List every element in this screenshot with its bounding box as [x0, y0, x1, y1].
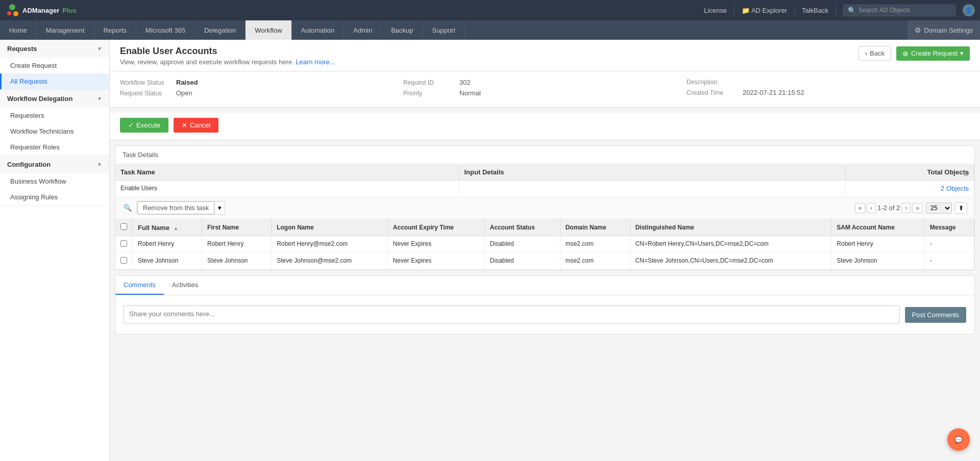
collapse-task-button[interactable]: ⊖ [963, 168, 969, 178]
tab-comments[interactable]: Comments [115, 276, 164, 295]
prev-page-btn[interactable]: ‹ [867, 203, 876, 213]
back-button[interactable]: ‹ Back [859, 46, 891, 61]
request-info-section: Workflow Status Raised Request Status Op… [110, 71, 980, 108]
nav-microsoft365[interactable]: Microsoft 365 [136, 20, 195, 40]
th-first-name: First Name [202, 219, 272, 236]
request-id-value: 302 [459, 79, 471, 86]
license-link[interactable]: License [704, 7, 727, 14]
sidebar-item-requesters[interactable]: Requesters [0, 108, 109, 123]
select-all-checkbox[interactable] [120, 223, 127, 230]
back-icon: ‹ [865, 49, 867, 57]
task-objects-cell: 2 Objects [845, 181, 974, 197]
remove-btn-group: Remove from this task ▾ [137, 201, 225, 215]
workflow-status-label: Workflow Status [120, 79, 176, 86]
task-input-cell [459, 181, 845, 197]
created-time-label: Created Time [687, 89, 743, 96]
post-comments-button[interactable]: Post Comments [905, 307, 966, 323]
sidebar-item-create-request[interactable]: Create Request [0, 58, 109, 73]
th-distinguished-name: Distinguished Name [630, 219, 831, 236]
sidebar-item-business-workflow[interactable]: Business Workflow [0, 173, 109, 189]
nav-reports[interactable]: Reports [94, 20, 137, 40]
nav-workflow[interactable]: Workflow [246, 20, 291, 40]
divider3 [836, 5, 836, 15]
comments-textarea[interactable] [124, 305, 900, 324]
table-row: Robert Henry Robert Henry Robert Henry@m… [115, 236, 974, 253]
page-info: 1-2 of 2 [877, 204, 900, 212]
sidebar-section-workflow-delegation-header[interactable]: Workflow Delegation ▼ [0, 90, 109, 108]
total-objects-link[interactable]: 2 Objects [941, 185, 969, 192]
chevron-down-icon2: ▼ [97, 96, 102, 101]
row-checkbox[interactable] [120, 257, 127, 264]
learn-more-link[interactable]: Learn more... [296, 58, 335, 66]
gear-icon: ⚙ [915, 26, 921, 34]
th-account-status: Account Status [484, 219, 560, 236]
row-message: - [924, 236, 974, 253]
nav-support[interactable]: Support [423, 20, 465, 40]
ad-explorer-link[interactable]: 📁 AD Explorer [742, 7, 787, 14]
info-col-1: Workflow Status Raised Request Status Op… [120, 79, 403, 100]
sidebar-item-all-requests[interactable]: All Requests [0, 73, 109, 89]
app-logo: ADManager Plus [5, 3, 77, 17]
nav-delegation[interactable]: Delegation [195, 20, 246, 40]
talkback-link[interactable]: TalkBack [802, 7, 828, 14]
first-page-btn[interactable]: « [855, 203, 866, 213]
remove-dropdown-btn[interactable]: ▾ [214, 202, 225, 214]
export-button[interactable]: ⬆ [955, 202, 967, 214]
search-input[interactable] [859, 7, 951, 14]
domain-settings-btn[interactable]: ⚙ Domain Settings [908, 20, 980, 40]
comments-input-row: Post Comments [124, 305, 966, 324]
top-bar-left: ADManager Plus [5, 3, 77, 17]
main-layout: Requests ▼ Create Request All Requests W… [0, 40, 980, 461]
folder-icon: 📁 [742, 7, 750, 14]
sidebar-item-workflow-technicians[interactable]: Workflow Technicians [0, 123, 109, 139]
create-request-button[interactable]: ⊕ Create Request ▾ [896, 46, 970, 61]
info-col-3: Description: Created Time 2022-07-21 21:… [687, 79, 970, 100]
sidebar-item-requester-roles[interactable]: Requester Roles [0, 139, 109, 155]
row-checkbox-cell [115, 253, 133, 270]
task-summary-row: Enable Users 2 Objects [115, 181, 974, 197]
page-title: Enable User Accounts [120, 46, 335, 57]
chatbot-button[interactable]: 💬 [947, 428, 970, 451]
task-section: Task Details ⊖ Task Name Input Details [115, 145, 975, 270]
last-page-btn[interactable]: » [912, 203, 923, 213]
toolbar-left: 🔍 Remove from this task ▾ [122, 201, 225, 215]
app-name-suffix: Plus [62, 7, 76, 14]
plus-icon: ⊕ [902, 49, 909, 58]
nav-backup[interactable]: Backup [382, 20, 423, 40]
row-first-name: Robert Henry [202, 236, 272, 253]
th-message: Message [924, 219, 974, 236]
row-sam-account: Steve Johnson [831, 253, 924, 270]
avatar[interactable]: 👤 [963, 4, 975, 16]
row-domain-name: mse2.com [560, 236, 630, 253]
sidebar-item-assigning-rules[interactable]: Assigning Rules [0, 189, 109, 205]
page-subtitle: View, review, approve and execute workfl… [120, 58, 335, 66]
nav-management[interactable]: Management [37, 20, 94, 40]
remove-from-task-button[interactable]: Remove from this task [137, 201, 214, 214]
comments-body: Post Comments [115, 295, 974, 334]
comments-tabs: Comments Activities [115, 276, 974, 295]
sort-icon[interactable]: ▲ [173, 225, 178, 231]
table-row: Steve Johnson Steve Johnson Steve Johnso… [115, 253, 974, 270]
sidebar-section-configuration-header[interactable]: Configuration ▼ [0, 156, 109, 173]
page-size-select[interactable]: 2550100 [926, 202, 952, 214]
description-row: Description: [687, 79, 970, 86]
row-checkbox[interactable] [120, 240, 127, 247]
table-search-icon[interactable]: 🔍 [122, 203, 133, 213]
priority-row: Priority Normal [403, 89, 687, 97]
row-logon-name: Steve Johnson@mse2.com [272, 253, 388, 270]
execute-button[interactable]: ✓ Execute [120, 118, 168, 133]
request-id-row: Request ID 302 [403, 79, 687, 86]
data-table-container: Full Name ▲ First Name Logon Name Accoun… [115, 219, 974, 270]
request-status-label: Request Status [120, 90, 176, 97]
nav-admin[interactable]: Admin [344, 20, 382, 40]
nav-home[interactable]: Home [0, 20, 37, 40]
th-account-expiry: Account Expiry Time [387, 219, 484, 236]
row-full-name: Robert Henry [133, 236, 202, 253]
tab-activities[interactable]: Activities [164, 276, 206, 295]
sidebar-section-requests-header[interactable]: Requests ▼ [0, 40, 109, 58]
nav-automation[interactable]: Automation [292, 20, 345, 40]
next-page-btn[interactable]: › [901, 203, 911, 213]
cancel-button[interactable]: ✕ Cancel [174, 118, 218, 133]
row-account-status: Disabled [484, 236, 560, 253]
request-id-label: Request ID [403, 79, 459, 86]
